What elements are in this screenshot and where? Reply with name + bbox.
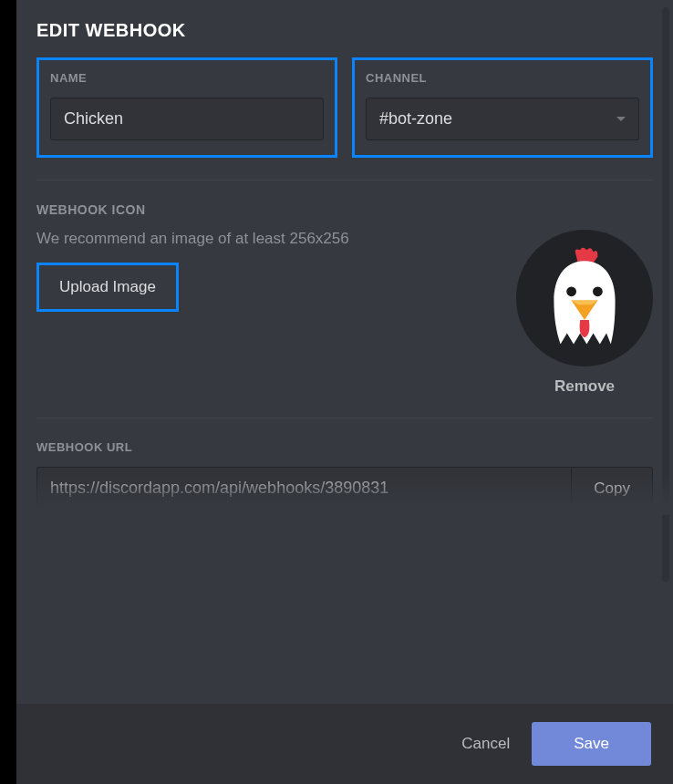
webhook-url-section: WEBHOOK URL https://discordapp.com/api/w… (36, 440, 653, 510)
channel-label: CHANNEL (366, 71, 639, 85)
remove-avatar-button[interactable]: Remove (554, 377, 615, 396)
icon-help-text: We recommend an image of at least 256x25… (36, 230, 498, 248)
modal-footer: Cancel Save (16, 704, 673, 784)
scrollbar[interactable] (662, 7, 669, 582)
webhook-icon-section: WEBHOOK ICON We recommend an image of at… (36, 202, 653, 396)
svg-point-0 (566, 286, 576, 296)
name-channel-row: NAME CHANNEL #bot-zone (36, 57, 653, 158)
modal-title: EDIT WEBHOOK (36, 20, 653, 41)
edit-webhook-modal: EDIT WEBHOOK NAME CHANNEL #bot-zone WEBH… (16, 0, 673, 784)
name-input[interactable] (50, 98, 324, 140)
channel-select-value: #bot-zone (379, 109, 452, 129)
modal-body: EDIT WEBHOOK NAME CHANNEL #bot-zone WEBH… (16, 0, 673, 704)
webhook-url-input[interactable]: https://discordapp.com/api/webhooks/3890… (36, 467, 571, 510)
chevron-down-icon (616, 117, 626, 121)
save-button[interactable]: Save (532, 722, 651, 766)
cancel-button[interactable]: Cancel (461, 735, 510, 753)
name-field-group: NAME (36, 57, 337, 158)
channel-field-group: CHANNEL #bot-zone (352, 57, 653, 158)
channel-select[interactable]: #bot-zone (366, 98, 639, 140)
copy-url-button[interactable]: Copy (571, 467, 653, 510)
chicken-icon (530, 243, 639, 353)
svg-point-1 (593, 286, 603, 296)
webhook-url-label: WEBHOOK URL (36, 440, 653, 454)
webhook-icon-label: WEBHOOK ICON (36, 202, 653, 217)
webhook-avatar[interactable] (516, 230, 653, 366)
upload-image-button[interactable]: Upload Image (36, 263, 179, 312)
divider (36, 180, 653, 181)
divider (36, 418, 653, 418)
icon-left-column: We recommend an image of at least 256x25… (36, 230, 498, 312)
name-label: NAME (50, 71, 324, 85)
icon-right-column: Remove (516, 230, 653, 396)
